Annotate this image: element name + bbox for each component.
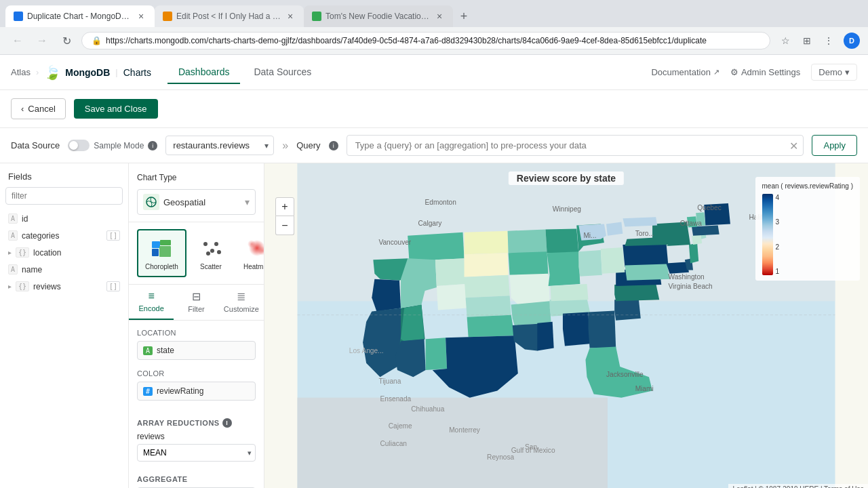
- state-new-jersey[interactable]: [689, 243, 698, 263]
- tab-close-2[interactable]: ×: [285, 11, 296, 22]
- state-wyoming[interactable]: [435, 258, 466, 286]
- field-item-id[interactable]: A id: [3, 210, 125, 227]
- datasource-select[interactable]: restaurants.reviews: [165, 136, 274, 155]
- subtype-choropleth[interactable]: Choropleth: [137, 229, 186, 277]
- sample-mode-info-icon[interactable]: i: [148, 141, 157, 150]
- field-item-name[interactable]: A name: [3, 261, 125, 278]
- state-indiana[interactable]: [578, 250, 602, 277]
- array-reductions-info-icon[interactable]: i: [222, 418, 232, 428]
- address-bar: ← → ↻ 🔒 https://charts.mongodb.com/chart…: [0, 27, 868, 54]
- svg-rect-4: [159, 246, 171, 257]
- tab-close-1[interactable]: ×: [136, 11, 146, 22]
- state-mississippi[interactable]: [537, 322, 553, 351]
- reynosa-label: Reynosa: [487, 453, 514, 461]
- color-field: Color # reviewRating: [137, 369, 256, 401]
- query-info-icon[interactable]: i: [329, 141, 338, 150]
- state-minnesota[interactable]: [508, 230, 547, 253]
- state-massachusetts[interactable]: [692, 226, 719, 236]
- state-kentucky[interactable]: [551, 284, 589, 301]
- inactive-tab-3[interactable]: Tom's New Foodie Vacation Bl... ×: [304, 5, 453, 27]
- state-new-mexico[interactable]: [426, 338, 448, 370]
- state-ohio[interactable]: [601, 247, 625, 274]
- filter-label: Filter: [188, 305, 204, 313]
- field-item-categories[interactable]: A categories []: [3, 227, 125, 244]
- save-close-button[interactable]: Save and Close: [74, 99, 158, 119]
- state-georgia[interactable]: [589, 311, 616, 348]
- double-arrow-icon: »: [282, 140, 288, 152]
- user-avatar[interactable]: D: [844, 33, 860, 49]
- state-north-carolina[interactable]: [614, 283, 659, 301]
- state-north-dakota[interactable]: [465, 231, 509, 255]
- map-controls: + −: [275, 197, 294, 235]
- encode-tab[interactable]: ≡ Encode: [129, 285, 174, 320]
- inactive-tab-2[interactable]: Edit Post < If I Only Had a Cha... ×: [155, 5, 304, 27]
- back-button[interactable]: ←: [8, 31, 27, 50]
- apply-button[interactable]: Apply: [812, 135, 857, 156]
- svg-rect-2: [160, 240, 171, 245]
- filter-tab[interactable]: ⊟ Filter: [174, 285, 218, 320]
- state-missouri[interactable]: [510, 274, 550, 305]
- tab-bar: Duplicate Chart - MongoDB C... × Edit Po…: [0, 0, 868, 27]
- active-tab[interactable]: Duplicate Chart - MongoDB C... ×: [5, 5, 155, 27]
- state-utah[interactable]: [401, 304, 425, 341]
- calgary-label: Calgary: [418, 220, 442, 227]
- docs-link[interactable]: Documentation ↗: [651, 67, 719, 77]
- url-bar[interactable]: 🔒 https://charts.mongodb.com/charts-char…: [81, 32, 770, 49]
- state-pennsylvania[interactable]: [623, 243, 668, 267]
- new-tab-button[interactable]: +: [453, 5, 475, 27]
- settings-icon[interactable]: ⋮: [819, 31, 838, 50]
- sample-mode-switch[interactable]: [68, 140, 90, 151]
- state-montana[interactable]: [408, 232, 464, 260]
- field-item-reviews[interactable]: ▸ {} reviews []: [3, 278, 125, 295]
- state-alabama[interactable]: [563, 312, 590, 346]
- customize-tab[interactable]: ≣ Customize: [219, 285, 264, 320]
- state-west-virginia[interactable]: [625, 264, 669, 280]
- customize-icon: ≣: [237, 290, 245, 303]
- location-value[interactable]: A state: [137, 341, 256, 360]
- filter-icon: ⊟: [192, 290, 201, 303]
- map-attribution: Leaflet | © 1987-2019 HERE | Terms of Us…: [728, 484, 868, 488]
- state-maryland[interactable]: [666, 262, 689, 273]
- fields-search-input[interactable]: [5, 187, 123, 205]
- cancel-button[interactable]: ‹ Cancel: [11, 98, 66, 119]
- atlas-link[interactable]: Atlas: [11, 67, 31, 77]
- bookmark-icon[interactable]: ☆: [776, 31, 795, 50]
- state-south-carolina[interactable]: [614, 298, 641, 321]
- forward-button[interactable]: →: [33, 31, 52, 50]
- subtype-scatter[interactable]: Scatter: [191, 229, 231, 277]
- admin-settings-link[interactable]: ⚙ Admin Settings: [730, 67, 800, 77]
- field-item-location[interactable]: ▸ {} location: [3, 244, 125, 261]
- tab-close-3[interactable]: ×: [434, 11, 445, 22]
- state-nebraska[interactable]: [465, 275, 510, 298]
- state-south-dakota[interactable]: [465, 253, 509, 277]
- nav-dashboards[interactable]: Dashboards: [167, 61, 241, 84]
- heatmap-label: Heatmap: [243, 263, 264, 270]
- state-kansas[interactable]: [466, 296, 511, 317]
- state-connecticut[interactable]: [692, 235, 702, 245]
- zoom-in-button[interactable]: +: [275, 197, 294, 216]
- chart-type-dropdown[interactable]: Geospatial ▾: [137, 189, 256, 215]
- state-wisconsin[interactable]: [546, 229, 579, 253]
- scatter-icon: [199, 236, 223, 260]
- state-colorado[interactable]: [437, 284, 467, 310]
- heatmap-icon: [245, 236, 264, 260]
- winnipeg-label: Winnipeg: [553, 205, 581, 213]
- extension-icon[interactable]: ⊞: [797, 31, 816, 50]
- nav-data-sources[interactable]: Data Sources: [243, 61, 322, 84]
- customize-label: Customize: [224, 305, 259, 313]
- reload-button[interactable]: ↻: [57, 31, 76, 50]
- chart-type-label: Chart Type: [137, 173, 256, 182]
- demo-dropdown[interactable]: Demo ▾: [811, 64, 857, 81]
- state-oklahoma[interactable]: [467, 315, 515, 338]
- subtype-heatmap[interactable]: Heatmap: [235, 229, 264, 277]
- query-input[interactable]: [347, 135, 804, 156]
- state-oregon[interactable]: [372, 279, 401, 312]
- zoom-out-button[interactable]: −: [275, 216, 294, 235]
- query-clear-icon[interactable]: ✕: [789, 139, 798, 152]
- state-illinois[interactable]: [547, 251, 580, 286]
- state-iowa[interactable]: [509, 251, 549, 275]
- state-arkansas[interactable]: [511, 301, 551, 325]
- external-link-icon: ↗: [713, 68, 719, 77]
- reduction-select[interactable]: MEAN MIN MAX SUM COUNT: [137, 444, 256, 462]
- color-value[interactable]: # reviewRating: [137, 382, 256, 401]
